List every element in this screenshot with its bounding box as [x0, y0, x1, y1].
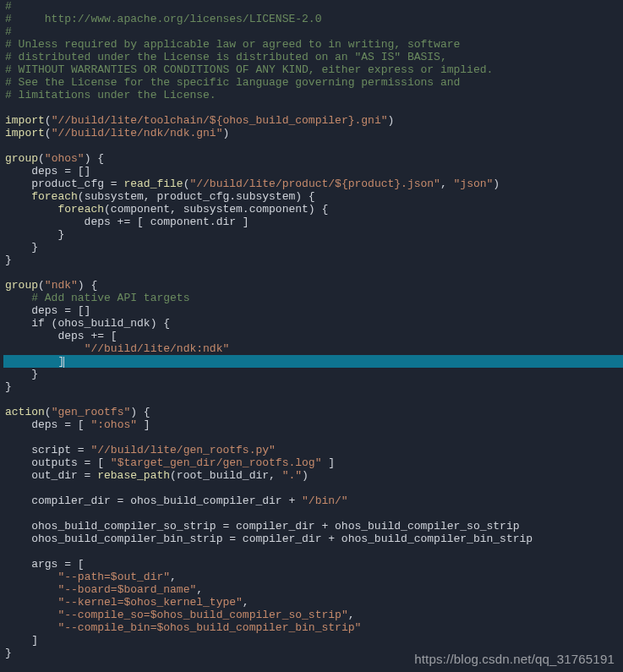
code-line[interactable] [0, 393, 623, 406]
code-line[interactable]: # [0, 0, 623, 13]
code-line[interactable]: deps = [] [0, 304, 623, 317]
code-line[interactable]: "--compile_so=$ohos_build_compiler_so_st… [0, 609, 623, 621]
code-line[interactable]: compiler_dir = ohos_build_compiler_dir +… [0, 494, 623, 507]
code-line[interactable]: group("ndk") { [0, 279, 623, 292]
code-line[interactable]: args = [ [0, 558, 623, 571]
code-line[interactable]: # [0, 25, 623, 38]
code-line[interactable] [0, 482, 623, 494]
code-line[interactable]: } [0, 228, 623, 241]
code-line[interactable]: deps = [ ":ohos" ] [0, 418, 623, 431]
code-line[interactable] [0, 431, 623, 444]
code-line[interactable] [0, 545, 623, 558]
code-line[interactable]: "--board=$board_name", [0, 583, 623, 596]
code-line[interactable]: # WITHOUT WARRANTIES OR CONDITIONS OF AN… [0, 63, 623, 76]
code-line[interactable]: script = "//build/lite/gen_rootfs.py" [0, 444, 623, 456]
code-line[interactable]: foreach(subsystem, product_cfg.subsystem… [0, 190, 623, 203]
code-line[interactable]: } [0, 254, 623, 266]
code-line[interactable]: deps = [] [0, 165, 623, 178]
code-line[interactable]: if (ohos_build_ndk) { [0, 317, 623, 330]
code-line[interactable]: ohos_build_compiler_bin_strip = compiler… [0, 533, 623, 545]
code-line[interactable] [0, 507, 623, 520]
code-line[interactable]: outputs = [ "$target_gen_dir/gen_rootfs.… [0, 456, 623, 469]
code-line[interactable] [0, 139, 623, 152]
code-line[interactable]: import("//build/lite/ndk/ndk.gni") [0, 127, 623, 139]
code-line[interactable]: # Add native API targets [0, 292, 623, 304]
code-line[interactable]: } [0, 368, 623, 380]
code-line[interactable]: deps += [ [0, 330, 623, 342]
code-line[interactable]: group("ohos") { [0, 152, 623, 165]
code-line[interactable]: ] [3, 355, 623, 368]
code-line[interactable]: out_dir = rebase_path(root_build_dir, ".… [0, 469, 623, 482]
code-line[interactable]: foreach(component, subsystem.component) … [0, 203, 623, 216]
code-line[interactable]: "--kernel=$ohos_kernel_type", [0, 596, 623, 609]
code-line[interactable] [0, 101, 623, 114]
code-line[interactable]: # See the License for the specific langu… [0, 76, 623, 89]
code-line[interactable]: # limitations under the License. [0, 89, 623, 101]
code-line[interactable] [0, 266, 623, 279]
code-line[interactable]: "--path=$out_dir", [0, 571, 623, 583]
code-line[interactable]: "--compile_bin=$ohos_build_compiler_bin_… [0, 621, 623, 634]
code-line[interactable]: action("gen_rootfs") { [0, 406, 623, 418]
code-line[interactable]: # distributed under the License is distr… [0, 51, 623, 63]
code-line[interactable]: # Unless required by applicable law or a… [0, 38, 623, 51]
code-line[interactable]: deps += [ component.dir ] [0, 216, 623, 228]
watermark: https://blog.csdn.net/qq_31765191 [414, 653, 615, 665]
code-line[interactable]: } [0, 241, 623, 254]
code-line[interactable]: ] [0, 634, 623, 647]
code-line[interactable]: ohos_build_compiler_so_strip = compiler_… [0, 520, 623, 533]
code-line[interactable]: "//build/lite/ndk:ndk" [0, 342, 623, 355]
code-line[interactable]: # http://www.apache.org/licenses/LICENSE… [0, 13, 623, 25]
code-line[interactable]: product_cfg = read_file("//build/lite/pr… [0, 178, 623, 190]
code-line[interactable]: } [0, 380, 623, 393]
code-line[interactable]: import("//build/lite/toolchain/${ohos_bu… [0, 114, 623, 127]
code-editor[interactable]: ## http://www.apache.org/licenses/LICENS… [0, 0, 623, 659]
